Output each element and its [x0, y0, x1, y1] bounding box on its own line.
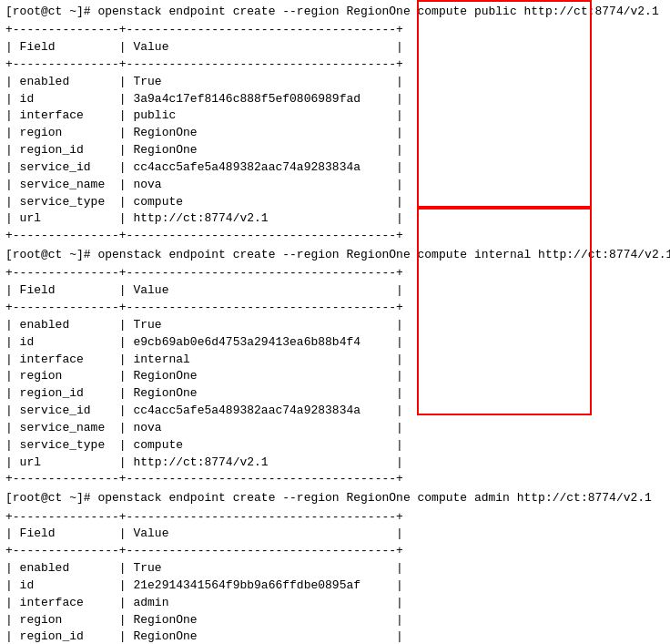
table-1: +---------------+-----------------------… — [0, 22, 670, 245]
row-1-url: | url | http://ct:8774/v2.1 | — [0, 210, 670, 228]
command-line-2: [root@ct ~]# openstack endpoint create -… — [0, 247, 670, 263]
row-2-service-type: | service_type | compute | — [0, 437, 670, 455]
row-2-service-name: | service_name | nova | — [0, 420, 670, 437]
prompt-2: [root@ct ~]# — [5, 248, 97, 261]
row-3-id: | id | 21e2914341564f9bb9a66ffdbe0895af … — [0, 578, 670, 595]
row-1-service-id: | service_id | cc4acc5afe5a489382aac74a9… — [0, 159, 670, 177]
row-2-service-id: | service_id | cc4acc5afe5a489382aac74a9… — [0, 403, 670, 420]
prompt-3: [root@ct ~]# — [5, 491, 97, 505]
row-3-interface: | interface | admin | — [0, 595, 670, 612]
cmd-1: openstack endpoint create --region Regio… — [97, 5, 658, 18]
table-2-header: | Field | Value | — [0, 282, 670, 300]
row-2-enabled: | enabled | True | — [0, 317, 670, 334]
sep-1-head: +---------------+-----------------------… — [0, 56, 670, 74]
table-3: +---------------+-----------------------… — [0, 509, 670, 645]
sep-3-top: +---------------+-----------------------… — [0, 509, 670, 526]
sep-1-bot: +---------------+-----------------------… — [0, 228, 670, 245]
sep-1-top: +---------------+-----------------------… — [0, 22, 670, 39]
cmd-2: openstack endpoint create --region Regio… — [97, 248, 670, 261]
table-1-header: | Field | Value | — [0, 39, 670, 56]
row-1-region-id: | region_id | RegionOne | — [0, 142, 670, 159]
row-1-id: | id | 3a9a4c17ef8146c888f5ef0806989fad … — [0, 91, 670, 108]
row-3-region-id: | region_id | RegionOne | — [0, 629, 670, 644]
row-2-url: | url | http://ct:8774/v2.1 | — [0, 455, 670, 472]
row-1-service-type: | service_type | compute | — [0, 194, 670, 211]
row-2-region: | region | RegionOne | — [0, 368, 670, 385]
command-line-3: [root@ct ~]# openstack endpoint create -… — [0, 490, 670, 506]
terminal-window: [root@ct ~]# openstack endpoint create -… — [0, 0, 670, 644]
row-3-region: | region | RegionOne | — [0, 612, 670, 629]
row-1-service-name: | service_name | nova | — [0, 177, 670, 194]
row-2-id: | id | e9cb69ab0e6d4753a29413ea6b88b4f4 … — [0, 334, 670, 352]
row-3-enabled: | enabled | True | — [0, 560, 670, 578]
row-1-region: | region | RegionOne | — [0, 125, 670, 142]
row-1-enabled: | enabled | True | — [0, 74, 670, 91]
cmd-3: openstack endpoint create --region Regio… — [97, 491, 652, 505]
table-2: +---------------+-----------------------… — [0, 265, 670, 488]
sep-2-head: +---------------+-----------------------… — [0, 300, 670, 317]
row-1-interface: | interface | public | — [0, 107, 670, 125]
sep-2-bot: +---------------+-----------------------… — [0, 471, 670, 488]
sep-2-top: +---------------+-----------------------… — [0, 265, 670, 282]
command-line-1: [root@ct ~]# openstack endpoint create -… — [0, 4, 670, 20]
row-2-interface: | interface | internal | — [0, 352, 670, 369]
sep-3-head: +---------------+-----------------------… — [0, 543, 670, 560]
prompt-1: [root@ct ~]# — [5, 5, 97, 18]
row-2-region-id: | region_id | RegionOne | — [0, 385, 670, 403]
table-3-header: | Field | Value | — [0, 526, 670, 543]
